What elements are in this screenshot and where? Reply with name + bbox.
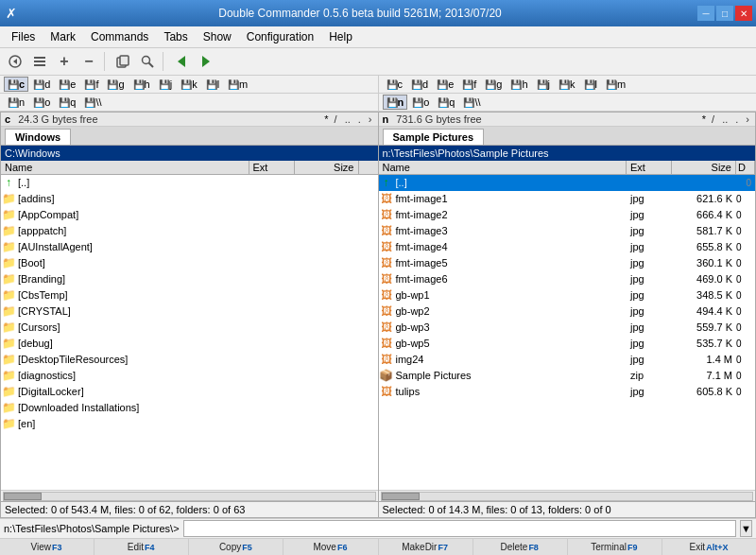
- drive-btn-k[interactable]: 💾k: [177, 77, 201, 92]
- drive-btn-j[interactable]: 💾j: [533, 77, 554, 92]
- add-toolbar-button[interactable]: +: [53, 50, 76, 73]
- drive-btn-unc[interactable]: 💾\\: [80, 95, 105, 110]
- right-path-root[interactable]: /: [710, 113, 716, 125]
- file-row[interactable]: 🖼 fmt-image4 jpg 655.8 K 0: [379, 239, 756, 255]
- file-row[interactable]: 📁 [AppCompat]: [1, 207, 378, 223]
- left-scroll-h[interactable]: [1, 490, 378, 501]
- file-row[interactable]: 📁 [Downloaded Installations]: [1, 400, 378, 416]
- file-row[interactable]: 📁 [diagnostics]: [1, 368, 378, 384]
- file-row[interactable]: 🖼 gb-wp3 jpg 559.7 K 0: [379, 320, 756, 336]
- file-row[interactable]: 🖼 tulips jpg 605.8 K 0: [379, 384, 756, 400]
- file-row[interactable]: 🖼 fmt-image2 jpg 666.4 K 0: [379, 207, 756, 223]
- file-row[interactable]: 📁 [Cursors]: [1, 320, 378, 336]
- view-toolbar-button[interactable]: [136, 50, 159, 73]
- menu-item-show[interactable]: Show: [196, 28, 239, 45]
- left-path-dot[interactable]: ..: [343, 113, 352, 125]
- drive-btn-l[interactable]: 💾l: [202, 77, 223, 92]
- remove-toolbar-button[interactable]: −: [77, 50, 100, 73]
- file-row[interactable]: ↑ [..] 0: [379, 175, 756, 191]
- left-nav-right[interactable]: ›: [367, 113, 374, 125]
- drive-btn-e[interactable]: 💾e: [433, 77, 457, 92]
- drive-btn-q[interactable]: 💾q: [434, 95, 458, 110]
- file-row[interactable]: 🖼 fmt-image1 jpg 621.6 K 0: [379, 191, 756, 207]
- drive-btn-m[interactable]: 💾m: [224, 77, 251, 92]
- fkey-f7[interactable]: MakeDir F7: [379, 539, 473, 555]
- close-button[interactable]: ✕: [735, 6, 752, 21]
- file-row[interactable]: 📁 [DesktopTileResources]: [1, 352, 378, 368]
- cmd-input[interactable]: [183, 520, 737, 537]
- nav-back-button[interactable]: [170, 50, 193, 73]
- file-row[interactable]: 🖼 img24 jpg 1.4 M 0: [379, 352, 756, 368]
- right-scroll-h[interactable]: [379, 490, 756, 501]
- drive-btn-j[interactable]: 💾j: [155, 77, 176, 92]
- file-row[interactable]: 📁 [Boot]: [1, 255, 378, 271]
- drive-btn-e[interactable]: 💾e: [55, 77, 79, 92]
- file-row[interactable]: 📁 [AUInstallAgent]: [1, 239, 378, 255]
- file-row[interactable]: 📁 [apppatch]: [1, 223, 378, 239]
- nav-forward-button[interactable]: [195, 50, 217, 73]
- file-row[interactable]: ↑ [..]: [1, 175, 378, 191]
- menu-item-files[interactable]: Files: [4, 28, 43, 45]
- drive-btn-f[interactable]: 💾f: [458, 77, 480, 92]
- file-row[interactable]: 📁 [addins]: [1, 191, 378, 207]
- fkey-f4[interactable]: Edit F4: [94, 539, 189, 555]
- right-scroll-thumb[interactable]: [382, 493, 420, 500]
- left-scroll-track[interactable]: [3, 492, 376, 501]
- drive-btn-h[interactable]: 💾h: [129, 77, 154, 92]
- file-row[interactable]: 🖼 gb-wp1 jpg 348.5 K 0: [379, 287, 756, 304]
- left-scroll-thumb[interactable]: [4, 493, 42, 500]
- drive-btn-unc[interactable]: 💾\\: [459, 95, 484, 110]
- drive-btn-n[interactable]: 💾n: [4, 95, 28, 110]
- fkey-f6[interactable]: Move F6: [284, 539, 378, 555]
- drive-btn-c[interactable]: 💾c: [4, 77, 28, 92]
- back-toolbar-button[interactable]: [4, 50, 26, 73]
- drive-btn-k[interactable]: 💾k: [555, 77, 579, 92]
- minimize-button[interactable]: ─: [697, 6, 714, 21]
- menu-item-mark[interactable]: Mark: [43, 28, 83, 45]
- fkey-f5[interactable]: Copy F5: [189, 539, 284, 555]
- cmd-dropdown-button[interactable]: ▼: [740, 520, 752, 537]
- file-row[interactable]: 📁 [CRYSTAL]: [1, 304, 378, 320]
- drive-btn-h[interactable]: 💾h: [507, 77, 531, 92]
- right-col-size[interactable]: Size: [672, 161, 736, 174]
- drive-btn-d[interactable]: 💾d: [407, 77, 432, 92]
- menu-item-commands[interactable]: Commands: [83, 28, 156, 45]
- drive-btn-o[interactable]: 💾o: [408, 95, 433, 110]
- drive-btn-m[interactable]: 💾m: [602, 77, 629, 92]
- right-path-dot2[interactable]: .: [733, 113, 740, 125]
- left-file-list[interactable]: ↑ [..] 📁 [addins] 📁 [AppCompat] 📁 [apppa…: [1, 175, 378, 490]
- file-row[interactable]: 🖼 gb-wp2 jpg 494.4 K 0: [379, 304, 756, 320]
- file-row[interactable]: 📁 [Branding]: [1, 271, 378, 287]
- left-path-root[interactable]: /: [333, 113, 339, 125]
- left-col-ext[interactable]: Ext: [249, 161, 295, 174]
- file-row[interactable]: 📁 [debug]: [1, 336, 378, 352]
- right-col-name[interactable]: Name: [379, 161, 627, 174]
- drive-btn-f[interactable]: 💾f: [80, 77, 102, 92]
- drive-btn-d[interactable]: 💾d: [29, 77, 54, 92]
- drive-btn-l[interactable]: 💾l: [580, 77, 601, 92]
- file-row[interactable]: 📁 [CbsTemp]: [1, 287, 378, 304]
- drive-btn-g[interactable]: 💾g: [103, 77, 128, 92]
- drive-btn-g[interactable]: 💾g: [481, 77, 506, 92]
- drive-btn-q[interactable]: 💾q: [55, 95, 79, 110]
- drive-btn-n[interactable]: 💾n: [383, 95, 408, 110]
- file-row[interactable]: 🖼 fmt-image3 jpg 581.7 K 0: [379, 223, 756, 239]
- menu-item-tabs[interactable]: Tabs: [156, 28, 195, 45]
- right-col-ext[interactable]: Ext: [627, 161, 672, 174]
- fkey-f3[interactable]: View F3: [0, 539, 94, 555]
- file-row[interactable]: 📦 Sample Pictures zip 7.1 M 0: [379, 368, 756, 384]
- right-path-dot[interactable]: ..: [720, 113, 730, 125]
- file-row[interactable]: 📁 [en]: [1, 416, 378, 432]
- fkey-alt-x[interactable]: Exit Alt+X: [662, 539, 756, 555]
- file-row[interactable]: 🖼 fmt-image6 jpg 469.0 K 0: [379, 271, 756, 287]
- maximize-button[interactable]: □: [716, 6, 733, 21]
- right-col-date[interactable]: D: [736, 161, 755, 174]
- menu-item-configuration[interactable]: Configuration: [239, 28, 321, 45]
- right-nav-right[interactable]: ›: [744, 113, 751, 125]
- right-file-list[interactable]: ↑ [..] 0 🖼 fmt-image1 jpg 621.6 K 0 🖼 fm…: [379, 175, 756, 490]
- drive-btn-o[interactable]: 💾o: [29, 95, 54, 110]
- left-path-dot2[interactable]: .: [356, 113, 363, 125]
- config-toolbar-button[interactable]: [28, 50, 51, 73]
- left-col-size[interactable]: Size: [295, 161, 359, 174]
- copy-toolbar-button[interactable]: [112, 50, 134, 73]
